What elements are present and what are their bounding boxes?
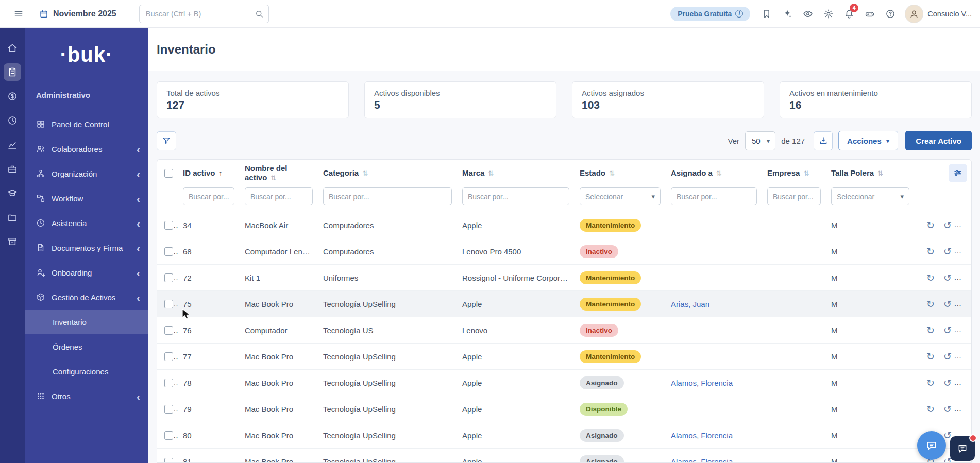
- sync-icon[interactable]: ↻: [926, 247, 935, 256]
- trial-badge[interactable]: Prueba Gratuita i: [670, 7, 750, 21]
- rail-assets-button[interactable]: [4, 63, 21, 81]
- history-icon[interactable]: ↺: [943, 378, 952, 388]
- table-row[interactable]: 75 Mac Book Pro Tecnología UpSelling App…: [157, 291, 972, 317]
- support-chat-button[interactable]: [950, 436, 975, 461]
- preview-button[interactable]: [798, 4, 818, 24]
- row-menu-icon[interactable]: ⋮: [960, 220, 970, 230]
- ai-assistant-button[interactable]: [777, 4, 798, 24]
- sidebar-item-onboarding[interactable]: Onboarding‹: [25, 260, 148, 285]
- table-row[interactable]: 77 Mac Book Pro Tecnología UpSelling App…: [157, 344, 972, 370]
- row-checkbox[interactable]: [164, 458, 173, 463]
- history-icon[interactable]: ↺: [943, 352, 952, 362]
- column-header-marca[interactable]: Marca⇅: [457, 160, 575, 186]
- row-menu-icon[interactable]: ⋮: [960, 404, 970, 414]
- filter-input-asignado-a[interactable]: [671, 187, 757, 205]
- filter-input-marca[interactable]: [462, 187, 569, 205]
- sidebar-item-panel-de-control[interactable]: Panel de Control: [25, 112, 148, 136]
- sidebar-subitem-inventario[interactable]: Inventario: [25, 310, 148, 334]
- filter-input-empresa[interactable]: [767, 187, 821, 205]
- rail-documentos-button[interactable]: [4, 209, 21, 226]
- history-icon[interactable]: ↺: [943, 220, 952, 230]
- row-menu-icon[interactable]: ⋮: [960, 325, 970, 335]
- sidebar-item-colaboradores[interactable]: Colaboradores‹: [25, 136, 148, 161]
- filter-input-id-activo[interactable]: [183, 187, 234, 205]
- period-selector[interactable]: Noviembre 2025: [39, 9, 116, 19]
- bookmarks-button[interactable]: [756, 4, 777, 24]
- column-settings-button[interactable]: [949, 164, 967, 182]
- sidebar-item-otros[interactable]: Otros ‹: [25, 384, 148, 408]
- crear-activo-button[interactable]: Crear Activo: [905, 131, 972, 150]
- history-icon[interactable]: ↺: [943, 247, 952, 256]
- sync-icon[interactable]: ↻: [926, 325, 935, 335]
- rail-beneficios-button[interactable]: [4, 160, 21, 178]
- user-name[interactable]: Consuelo V...: [927, 10, 972, 18]
- sync-icon[interactable]: ↻: [926, 378, 935, 388]
- acciones-button[interactable]: Acciones ▾: [838, 131, 898, 150]
- menu-button[interactable]: [8, 4, 29, 24]
- assigned-link[interactable]: Arias, Juan: [671, 300, 709, 308]
- column-header-empresa[interactable]: Empresa⇅: [762, 160, 826, 186]
- rail-remuneraciones-button[interactable]: [4, 88, 21, 105]
- search-input[interactable]: [139, 5, 269, 23]
- column-header-categoria[interactable]: Categoría⇅: [318, 160, 457, 186]
- row-menu-icon[interactable]: ⋮: [960, 247, 970, 256]
- assigned-link[interactable]: Alamos, Florencia: [671, 431, 733, 440]
- feedback-button[interactable]: [859, 4, 880, 24]
- sync-icon[interactable]: ↻: [926, 299, 935, 309]
- export-button[interactable]: [814, 131, 833, 150]
- rail-asistencia-button[interactable]: [4, 112, 21, 129]
- history-icon[interactable]: ↺: [943, 299, 952, 309]
- column-header-talla-polera[interactable]: Talla Polera⇅: [826, 160, 915, 186]
- filter-select-estado[interactable]: Seleccionar▾: [580, 187, 661, 205]
- row-checkbox[interactable]: [164, 326, 173, 335]
- sync-icon[interactable]: ↻: [926, 352, 935, 362]
- rail-capacitacion-button[interactable]: [4, 184, 21, 202]
- table-row[interactable]: 78 Mac Book Pro Tecnología UpSelling App…: [157, 370, 972, 396]
- history-icon[interactable]: ↺: [943, 273, 952, 283]
- row-menu-icon[interactable]: ⋮: [960, 378, 970, 387]
- table-row[interactable]: 79 Mac Book Pro Tecnología UpSelling App…: [157, 396, 972, 422]
- sync-icon[interactable]: ↻: [926, 220, 935, 230]
- table-row[interactable]: 80 Mac Book Pro Tecnología UpSelling App…: [157, 422, 972, 449]
- page-size-select[interactable]: 50 ▾: [745, 131, 775, 150]
- column-header-nombre-del-activo[interactable]: Nombre del activo⇅: [240, 160, 318, 186]
- history-icon[interactable]: ↺: [943, 325, 952, 335]
- row-checkbox[interactable]: [164, 379, 173, 387]
- sidebar-item-documentos-y-firma[interactable]: Documentos y Firma‹: [25, 235, 148, 260]
- row-checkbox[interactable]: [164, 273, 173, 282]
- row-checkbox[interactable]: [164, 405, 173, 414]
- column-header-asignado-a[interactable]: Asignado a⇅: [666, 160, 762, 186]
- filter-input-nombre-del-activo[interactable]: [245, 187, 313, 205]
- history-icon[interactable]: ↺: [943, 404, 952, 414]
- sidebar-item-organizacion[interactable]: Organización‹: [25, 161, 148, 186]
- table-row[interactable]: 81 Mac Book Pro Tecnología UpSelling App…: [157, 449, 972, 463]
- filter-input-categoria[interactable]: [323, 187, 452, 205]
- sync-icon[interactable]: ↻: [926, 404, 935, 414]
- search-icon[interactable]: [255, 9, 264, 19]
- row-checkbox[interactable]: [164, 247, 173, 256]
- sidebar-item-workflow[interactable]: Workflow‹: [25, 186, 148, 211]
- row-checkbox[interactable]: [164, 300, 173, 308]
- assigned-link[interactable]: Alamos, Florencia: [671, 379, 733, 387]
- filter-select-talla-polera[interactable]: Seleccionar▾: [831, 187, 909, 205]
- column-header-estado[interactable]: Estado⇅: [575, 160, 666, 186]
- table-row[interactable]: 72 Kit 1 Uniformes Rossignol - Uniforme …: [157, 265, 972, 291]
- row-menu-icon[interactable]: ⋮: [960, 352, 970, 361]
- sidebar-item-asistencia[interactable]: Asistencia‹: [25, 211, 148, 235]
- sync-icon[interactable]: ↻: [926, 273, 935, 283]
- filter-button[interactable]: [157, 131, 176, 150]
- row-menu-icon[interactable]: ⋮: [960, 299, 970, 308]
- column-header-id-activo[interactable]: ID activo↑: [178, 160, 240, 186]
- row-checkbox[interactable]: [164, 221, 173, 230]
- help-button[interactable]: [880, 4, 901, 24]
- row-checkbox[interactable]: [164, 431, 173, 440]
- row-menu-icon[interactable]: ⋮: [960, 273, 970, 282]
- chat-widget-button[interactable]: [917, 431, 946, 460]
- rail-reportes-button[interactable]: [4, 136, 21, 153]
- sidebar-subitem-ordenes[interactable]: Órdenes: [25, 334, 148, 359]
- table-row[interactable]: 68 Computador Lenovo Computadores Lenovo…: [157, 238, 972, 265]
- assigned-link[interactable]: Alamos, Florencia: [671, 457, 733, 463]
- sidebar-subitem-configuraciones[interactable]: Configuraciones: [25, 359, 148, 384]
- avatar[interactable]: [905, 5, 923, 23]
- rail-archivo-button[interactable]: [4, 233, 21, 250]
